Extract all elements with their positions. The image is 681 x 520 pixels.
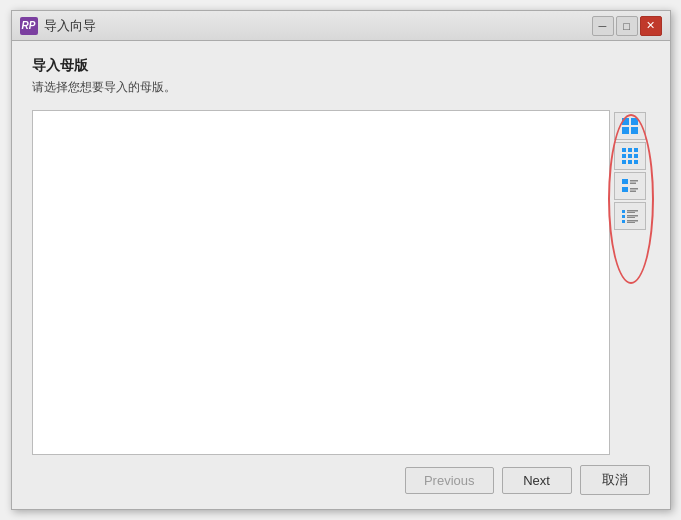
svg-rect-24 — [627, 217, 635, 218]
svg-rect-4 — [622, 148, 626, 152]
svg-rect-2 — [622, 127, 629, 134]
title-bar: RP 导入向导 ─ □ ✕ — [12, 11, 670, 41]
previous-button[interactable]: Previous — [405, 467, 494, 494]
close-button[interactable]: ✕ — [640, 16, 662, 36]
cancel-button[interactable]: 取消 — [580, 465, 650, 495]
svg-rect-13 — [622, 179, 628, 184]
svg-rect-8 — [628, 154, 632, 158]
section-title: 导入母版 — [32, 57, 650, 75]
svg-rect-11 — [628, 160, 632, 164]
svg-rect-1 — [631, 118, 638, 125]
master-list[interactable] — [32, 110, 610, 455]
wizard-footer: Previous Next 取消 — [32, 455, 650, 499]
window-controls: ─ □ ✕ — [592, 16, 662, 36]
svg-rect-23 — [627, 215, 638, 217]
svg-rect-12 — [634, 160, 638, 164]
detail-list-button[interactable] — [614, 172, 646, 200]
section-desc: 请选择您想要导入的母版。 — [32, 79, 650, 96]
minimize-button[interactable]: ─ — [592, 16, 614, 36]
small-grid-button[interactable] — [614, 142, 646, 170]
svg-rect-19 — [622, 210, 625, 213]
svg-rect-15 — [630, 183, 636, 185]
wizard-window: RP 导入向导 ─ □ ✕ 导入母版 请选择您想要导入的母版。 — [11, 10, 671, 510]
svg-rect-5 — [628, 148, 632, 152]
window-title: 导入向导 — [44, 17, 592, 35]
svg-rect-9 — [634, 154, 638, 158]
svg-rect-6 — [634, 148, 638, 152]
wizard-content: 导入母版 请选择您想要导入的母版。 — [12, 41, 670, 509]
svg-rect-3 — [631, 127, 638, 134]
svg-rect-22 — [622, 215, 625, 218]
svg-rect-16 — [622, 187, 628, 192]
app-icon: RP — [20, 17, 38, 35]
large-grid-button[interactable] — [614, 112, 646, 140]
list-button[interactable] — [614, 202, 646, 230]
svg-rect-25 — [622, 220, 625, 223]
maximize-button[interactable]: □ — [616, 16, 638, 36]
svg-rect-26 — [627, 220, 638, 222]
svg-rect-18 — [630, 191, 636, 193]
main-area — [32, 110, 650, 455]
svg-rect-21 — [627, 212, 635, 213]
svg-rect-0 — [622, 118, 629, 125]
svg-rect-27 — [627, 222, 635, 223]
svg-rect-7 — [622, 154, 626, 158]
view-toolbar — [614, 110, 650, 455]
next-button[interactable]: Next — [502, 467, 572, 494]
svg-rect-20 — [627, 210, 638, 212]
svg-rect-10 — [622, 160, 626, 164]
svg-rect-17 — [630, 188, 638, 190]
svg-rect-14 — [630, 180, 638, 182]
